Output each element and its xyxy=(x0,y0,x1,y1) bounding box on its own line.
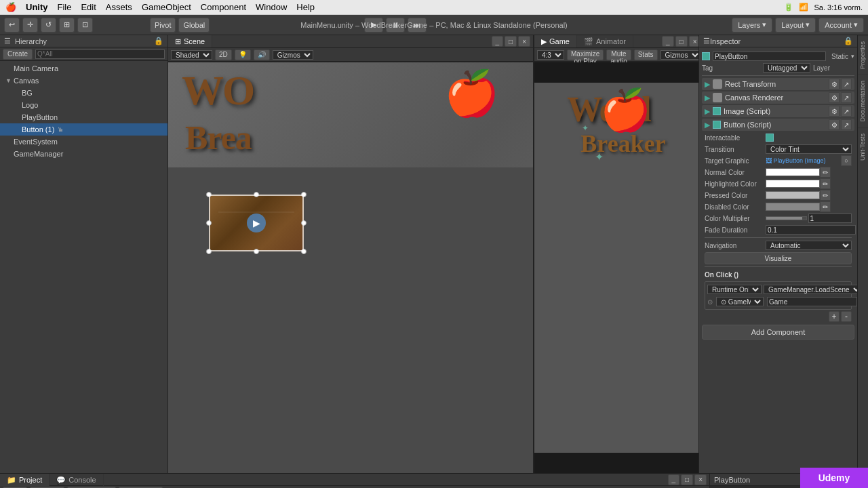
rect-transform-settings[interactable]: ⚙ xyxy=(829,79,840,89)
project-tab[interactable]: 📁 Project xyxy=(0,474,50,486)
unity-menu[interactable]: Unity xyxy=(26,2,48,12)
assets-menu[interactable]: Assets xyxy=(106,2,132,12)
global-button[interactable]: Global xyxy=(178,18,210,33)
maximize-play-btn[interactable]: Maximize on Play xyxy=(567,49,604,60)
gameobject-menu[interactable]: GameObject xyxy=(142,2,191,12)
hierarchy-search[interactable] xyxy=(35,49,165,59)
help-menu[interactable]: Help xyxy=(296,2,315,12)
disabled-color-pick[interactable]: ✏ xyxy=(820,201,831,212)
highlighted-color-pick[interactable]: ✏ xyxy=(820,178,831,189)
create-button[interactable]: Create xyxy=(3,49,33,60)
button-script-enabled[interactable] xyxy=(713,121,721,129)
back-button[interactable]: ↩ xyxy=(4,18,20,33)
inspector-lock[interactable]: 🔒 xyxy=(844,37,853,45)
image-script-enabled[interactable] xyxy=(713,107,721,115)
static-dropdown[interactable]: ▾ xyxy=(851,53,854,60)
bottom-panel-close[interactable]: _ xyxy=(668,474,680,485)
hierarchy-lock[interactable]: 🔒 xyxy=(154,37,163,45)
game-view[interactable]: Wood Breaker 🍎 ✦ ✦ ▶ ✕ xyxy=(534,62,698,473)
hierarchy-item-gamemanager[interactable]: GameManager xyxy=(0,148,167,160)
rect-transform-header[interactable]: ▶ Rect Transform ⚙ ↗ xyxy=(702,78,854,90)
pause-button[interactable]: ⏸ xyxy=(386,18,405,33)
properties-tab[interactable]: Properties xyxy=(858,35,868,75)
bottom-panel-max[interactable]: □ xyxy=(681,474,693,485)
rotate-tool[interactable]: ↺ xyxy=(41,18,56,33)
scene-selected-object[interactable]: ▶ xyxy=(209,195,304,251)
normal-color-swatch[interactable] xyxy=(766,168,820,176)
apple-menu[interactable]: 🍎 xyxy=(5,2,16,12)
add-listener-btn[interactable]: + xyxy=(829,311,840,322)
scene-tab[interactable]: ⊞ Scene xyxy=(168,35,212,47)
animator-tab[interactable]: 🎬 Animator xyxy=(577,35,633,47)
scene-panel-max[interactable]: □ xyxy=(505,36,517,47)
window-menu[interactable]: Window xyxy=(256,2,287,12)
scene-panel-close[interactable]: _ xyxy=(492,36,504,47)
game-scene-input[interactable] xyxy=(767,297,857,306)
play-button[interactable]: ▶ xyxy=(364,18,383,33)
shaded-dropdown[interactable]: Shaded xyxy=(171,50,212,60)
color-multiplier-input[interactable] xyxy=(808,214,852,223)
button-script-settings[interactable]: ⚙ xyxy=(829,119,840,130)
image-script-header[interactable]: ▶ Image (Script) ⚙ ↗ xyxy=(702,105,854,117)
file-menu[interactable]: File xyxy=(58,2,72,12)
tag-dropdown[interactable]: Untagged xyxy=(763,63,810,73)
rect-tool[interactable]: ⊡ xyxy=(77,18,93,33)
disabled-color-swatch[interactable] xyxy=(766,203,820,211)
scene-light-btn[interactable]: 💡 xyxy=(235,49,251,60)
ratio-dropdown[interactable]: 4:3 xyxy=(537,50,564,60)
add-component-button[interactable]: Add Component xyxy=(702,325,854,340)
gamemanager-dropdown[interactable]: ⊙ GameM... xyxy=(716,297,764,306)
hierarchy-item-playbutton[interactable]: PlayButton xyxy=(0,111,167,123)
interactable-checkbox[interactable] xyxy=(766,134,774,142)
game-panel-close[interactable]: _ xyxy=(662,36,674,47)
image-script-ref[interactable]: ↗ xyxy=(841,106,852,117)
canvas-renderer-ref[interactable]: ↗ xyxy=(841,92,852,103)
canvas-renderer-header[interactable]: ▶ Canvas Renderer ⚙ ↗ xyxy=(702,92,854,104)
function-dropdown[interactable]: GameManager.LoadScene xyxy=(764,285,857,294)
gizmos-dropdown[interactable]: Gizmos xyxy=(273,50,313,60)
console-tab[interactable]: 💬 Console xyxy=(50,474,103,486)
image-script-settings[interactable]: ⚙ xyxy=(829,106,840,117)
button-script-header[interactable]: ▶ Button (Script) ⚙ ↗ xyxy=(702,119,854,131)
go-enabled-checkbox[interactable] xyxy=(702,52,710,60)
pivot-button[interactable]: Pivot xyxy=(150,18,176,33)
go-name-field[interactable] xyxy=(713,52,826,61)
component-menu[interactable]: Component xyxy=(201,2,246,12)
hierarchy-item-eventsystem[interactable]: EventSystem xyxy=(0,136,167,148)
button-script-ref[interactable]: ↗ xyxy=(841,119,852,130)
hierarchy-item-logo[interactable]: Logo xyxy=(0,99,167,111)
scene-2d-btn[interactable]: 2D xyxy=(215,49,232,60)
account-dropdown[interactable]: Account ▾ xyxy=(818,18,864,33)
game-panel-max[interactable]: □ xyxy=(675,36,688,47)
scene-view[interactable]: WO 🍎 Brea ▶ xyxy=(168,62,534,473)
hierarchy-item-bg[interactable]: BG xyxy=(0,87,167,99)
hierarchy-item-main-camera[interactable]: Main Camera xyxy=(0,62,167,75)
bottom-panel-x[interactable]: × xyxy=(694,474,707,485)
stats-btn[interactable]: Stats xyxy=(634,49,658,60)
hierarchy-item-canvas[interactable]: ▼ Canvas xyxy=(0,75,167,87)
translate-tool[interactable]: ✛ xyxy=(22,18,38,33)
game-gizmos-dropdown[interactable]: Gizmos xyxy=(660,50,701,60)
step-button[interactable]: ⏭ xyxy=(408,18,427,33)
edit-menu[interactable]: Edit xyxy=(81,2,96,12)
mute-audio-btn[interactable]: Mute audio xyxy=(606,49,631,60)
color-multiplier-slider[interactable] xyxy=(766,216,807,220)
runtime-only-dropdown[interactable]: Runtime Only ▾ xyxy=(707,285,762,294)
rect-transform-ref[interactable]: ↗ xyxy=(841,79,852,89)
navigation-dropdown[interactable]: Automatic xyxy=(766,241,852,250)
pressed-color-swatch[interactable] xyxy=(766,191,820,199)
layout-dropdown[interactable]: Layout ▾ xyxy=(775,18,816,33)
highlighted-color-swatch[interactable] xyxy=(766,180,820,188)
scene-audio-btn[interactable]: 🔊 xyxy=(254,49,270,60)
pressed-color-pick[interactable]: ✏ xyxy=(820,190,831,201)
documentation-tab[interactable]: Documentation xyxy=(858,75,868,127)
canvas-renderer-settings[interactable]: ⚙ xyxy=(829,92,840,103)
transition-dropdown[interactable]: Color Tint xyxy=(766,144,852,154)
layers-dropdown[interactable]: Layers ▾ xyxy=(732,18,772,33)
game-tab[interactable]: ▶ Game xyxy=(534,35,577,47)
normal-color-pick[interactable]: ✏ xyxy=(820,167,831,178)
visualize-button[interactable]: Visualize xyxy=(705,252,852,264)
scene-panel-x[interactable]: × xyxy=(518,36,530,47)
target-graphic-pick[interactable]: ○ xyxy=(841,155,852,166)
unit-tests-tab[interactable]: Unit-Tests xyxy=(858,127,868,166)
